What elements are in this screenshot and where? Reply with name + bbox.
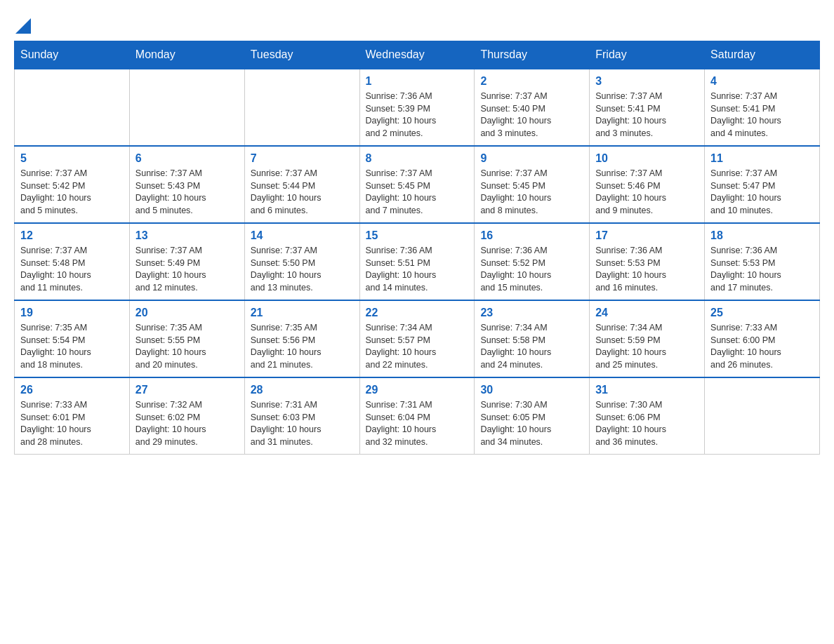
day-info: Sunrise: 7:34 AM Sunset: 5:59 PM Dayligh… xyxy=(595,322,699,371)
calendar-cell: 12Sunrise: 7:37 AM Sunset: 5:48 PM Dayli… xyxy=(15,223,130,300)
calendar-cell: 19Sunrise: 7:35 AM Sunset: 5:54 PM Dayli… xyxy=(15,300,130,377)
day-number: 9 xyxy=(480,152,583,165)
calendar-cell xyxy=(15,69,130,146)
calendar-cell: 22Sunrise: 7:34 AM Sunset: 5:57 PM Dayli… xyxy=(359,300,475,377)
page-header xyxy=(14,14,820,34)
svg-marker-0 xyxy=(15,18,31,34)
calendar-cell: 20Sunrise: 7:35 AM Sunset: 5:55 PM Dayli… xyxy=(129,300,244,377)
logo xyxy=(14,21,31,34)
calendar-header-thursday: Thursday xyxy=(475,41,590,69)
day-info: Sunrise: 7:35 AM Sunset: 5:54 PM Dayligh… xyxy=(20,322,124,371)
week-row-4: 19Sunrise: 7:35 AM Sunset: 5:54 PM Dayli… xyxy=(15,300,820,377)
day-info: Sunrise: 7:35 AM Sunset: 5:55 PM Dayligh… xyxy=(135,322,239,371)
calendar-cell: 8Sunrise: 7:37 AM Sunset: 5:45 PM Daylig… xyxy=(359,146,475,223)
calendar-cell xyxy=(705,377,820,455)
calendar-cell: 17Sunrise: 7:36 AM Sunset: 5:53 PM Dayli… xyxy=(590,223,705,300)
day-number: 28 xyxy=(251,384,354,396)
day-number: 29 xyxy=(366,384,469,396)
day-info: Sunrise: 7:30 AM Sunset: 6:06 PM Dayligh… xyxy=(595,399,699,448)
calendar-header-wednesday: Wednesday xyxy=(359,41,475,69)
calendar-cell: 28Sunrise: 7:31 AM Sunset: 6:03 PM Dayli… xyxy=(244,377,359,455)
calendar-header-row: SundayMondayTuesdayWednesdayThursdayFrid… xyxy=(15,41,820,69)
day-number: 27 xyxy=(135,384,239,396)
calendar-cell: 10Sunrise: 7:37 AM Sunset: 5:46 PM Dayli… xyxy=(590,146,705,223)
day-number: 4 xyxy=(710,75,814,88)
week-row-1: 1Sunrise: 7:36 AM Sunset: 5:39 PM Daylig… xyxy=(15,69,820,146)
day-number: 14 xyxy=(251,229,354,242)
day-info: Sunrise: 7:37 AM Sunset: 5:41 PM Dayligh… xyxy=(595,90,699,140)
calendar-cell xyxy=(244,69,359,146)
calendar-header-tuesday: Tuesday xyxy=(244,41,359,69)
day-number: 20 xyxy=(135,307,239,319)
day-number: 3 xyxy=(595,75,699,88)
day-info: Sunrise: 7:37 AM Sunset: 5:45 PM Dayligh… xyxy=(366,168,469,217)
day-number: 26 xyxy=(20,384,124,396)
calendar-cell: 30Sunrise: 7:30 AM Sunset: 6:05 PM Dayli… xyxy=(475,377,590,455)
calendar-cell: 14Sunrise: 7:37 AM Sunset: 5:50 PM Dayli… xyxy=(244,223,359,300)
calendar-header-friday: Friday xyxy=(590,41,705,69)
day-number: 22 xyxy=(366,307,469,319)
calendar-header-saturday: Saturday xyxy=(705,41,820,69)
day-number: 31 xyxy=(595,384,699,396)
day-info: Sunrise: 7:37 AM Sunset: 5:46 PM Dayligh… xyxy=(595,168,699,217)
day-number: 6 xyxy=(135,152,239,165)
day-number: 25 xyxy=(710,307,814,319)
calendar-table: SundayMondayTuesdayWednesdayThursdayFrid… xyxy=(14,41,820,455)
day-info: Sunrise: 7:34 AM Sunset: 5:58 PM Dayligh… xyxy=(480,322,583,371)
day-number: 23 xyxy=(480,307,583,319)
day-number: 21 xyxy=(251,307,354,319)
day-info: Sunrise: 7:37 AM Sunset: 5:48 PM Dayligh… xyxy=(20,245,124,294)
day-number: 17 xyxy=(595,229,699,242)
calendar-cell: 11Sunrise: 7:37 AM Sunset: 5:47 PM Dayli… xyxy=(705,146,820,223)
day-info: Sunrise: 7:36 AM Sunset: 5:51 PM Dayligh… xyxy=(366,245,469,294)
day-info: Sunrise: 7:37 AM Sunset: 5:45 PM Dayligh… xyxy=(480,168,583,217)
day-number: 30 xyxy=(480,384,583,396)
calendar-cell: 13Sunrise: 7:37 AM Sunset: 5:49 PM Dayli… xyxy=(129,223,244,300)
day-number: 19 xyxy=(20,307,124,319)
calendar-cell: 29Sunrise: 7:31 AM Sunset: 6:04 PM Dayli… xyxy=(359,377,475,455)
day-info: Sunrise: 7:37 AM Sunset: 5:50 PM Dayligh… xyxy=(251,245,354,294)
day-info: Sunrise: 7:34 AM Sunset: 5:57 PM Dayligh… xyxy=(366,322,469,371)
day-number: 8 xyxy=(366,152,469,165)
day-number: 24 xyxy=(595,307,699,319)
day-info: Sunrise: 7:35 AM Sunset: 5:56 PM Dayligh… xyxy=(251,322,354,371)
day-number: 15 xyxy=(366,229,469,242)
week-row-5: 26Sunrise: 7:33 AM Sunset: 6:01 PM Dayli… xyxy=(15,377,820,455)
day-info: Sunrise: 7:37 AM Sunset: 5:47 PM Dayligh… xyxy=(710,168,814,217)
day-info: Sunrise: 7:36 AM Sunset: 5:39 PM Dayligh… xyxy=(366,90,469,140)
day-number: 1 xyxy=(366,75,469,88)
calendar-cell: 16Sunrise: 7:36 AM Sunset: 5:52 PM Dayli… xyxy=(475,223,590,300)
day-info: Sunrise: 7:37 AM Sunset: 5:42 PM Dayligh… xyxy=(20,168,124,217)
calendar-cell: 2Sunrise: 7:37 AM Sunset: 5:40 PM Daylig… xyxy=(475,69,590,146)
calendar-header-monday: Monday xyxy=(129,41,244,69)
day-info: Sunrise: 7:33 AM Sunset: 6:00 PM Dayligh… xyxy=(710,322,814,371)
day-number: 18 xyxy=(710,229,814,242)
calendar-cell: 4Sunrise: 7:37 AM Sunset: 5:41 PM Daylig… xyxy=(705,69,820,146)
day-number: 16 xyxy=(480,229,583,242)
day-number: 2 xyxy=(480,75,583,88)
day-info: Sunrise: 7:30 AM Sunset: 6:05 PM Dayligh… xyxy=(480,399,583,448)
day-info: Sunrise: 7:31 AM Sunset: 6:04 PM Dayligh… xyxy=(366,399,469,448)
day-info: Sunrise: 7:37 AM Sunset: 5:41 PM Dayligh… xyxy=(710,90,814,140)
day-info: Sunrise: 7:36 AM Sunset: 5:52 PM Dayligh… xyxy=(480,245,583,294)
calendar-cell: 23Sunrise: 7:34 AM Sunset: 5:58 PM Dayli… xyxy=(475,300,590,377)
day-number: 7 xyxy=(251,152,354,165)
day-info: Sunrise: 7:37 AM Sunset: 5:49 PM Dayligh… xyxy=(135,245,239,294)
calendar-cell: 24Sunrise: 7:34 AM Sunset: 5:59 PM Dayli… xyxy=(590,300,705,377)
calendar-cell: 7Sunrise: 7:37 AM Sunset: 5:44 PM Daylig… xyxy=(244,146,359,223)
day-number: 5 xyxy=(20,152,124,165)
calendar-cell: 5Sunrise: 7:37 AM Sunset: 5:42 PM Daylig… xyxy=(15,146,130,223)
day-info: Sunrise: 7:37 AM Sunset: 5:44 PM Dayligh… xyxy=(251,168,354,217)
logo-triangle-icon xyxy=(15,18,31,34)
day-info: Sunrise: 7:36 AM Sunset: 5:53 PM Dayligh… xyxy=(595,245,699,294)
calendar-cell: 31Sunrise: 7:30 AM Sunset: 6:06 PM Dayli… xyxy=(590,377,705,455)
calendar-header-sunday: Sunday xyxy=(15,41,130,69)
calendar-cell: 15Sunrise: 7:36 AM Sunset: 5:51 PM Dayli… xyxy=(359,223,475,300)
calendar-cell: 3Sunrise: 7:37 AM Sunset: 5:41 PM Daylig… xyxy=(590,69,705,146)
calendar-cell: 6Sunrise: 7:37 AM Sunset: 5:43 PM Daylig… xyxy=(129,146,244,223)
calendar-cell: 18Sunrise: 7:36 AM Sunset: 5:53 PM Dayli… xyxy=(705,223,820,300)
calendar-cell: 27Sunrise: 7:32 AM Sunset: 6:02 PM Dayli… xyxy=(129,377,244,455)
day-info: Sunrise: 7:37 AM Sunset: 5:43 PM Dayligh… xyxy=(135,168,239,217)
calendar-cell: 1Sunrise: 7:36 AM Sunset: 5:39 PM Daylig… xyxy=(359,69,475,146)
calendar-cell: 9Sunrise: 7:37 AM Sunset: 5:45 PM Daylig… xyxy=(475,146,590,223)
